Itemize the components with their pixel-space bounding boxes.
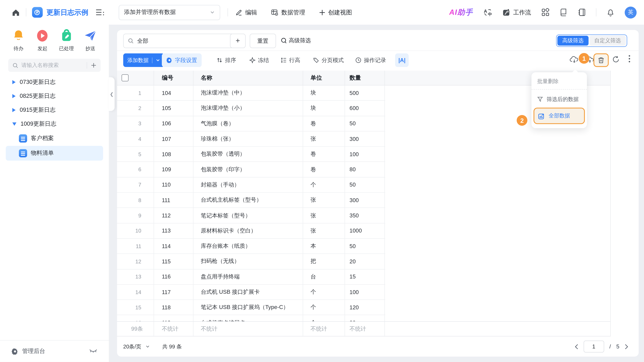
add-data-button[interactable]: 添加数据: [123, 53, 164, 67]
cell-name: 封箱器（手动）: [193, 177, 303, 192]
summary-code[interactable]: 不统计: [154, 322, 193, 336]
app-icon[interactable]: ¥: [32, 7, 43, 18]
table-row[interactable]: 15118笔记本 USB 接口扩展坞（Type-C）个120: [117, 300, 385, 315]
summary-qty[interactable]: 不统计: [345, 322, 385, 336]
next-page-icon[interactable]: [625, 344, 628, 350]
field-settings-button[interactable]: 字段设置: [162, 53, 202, 67]
column-header-name[interactable]: 名称: [193, 70, 303, 85]
sidebar-item-processed[interactable]: 已处理: [57, 29, 76, 52]
freeze-button[interactable]: 行高 冻结: [250, 53, 269, 67]
reset-button[interactable]: 重置: [250, 34, 276, 48]
divider: [596, 8, 596, 16]
apps-grid-icon[interactable]: [541, 8, 550, 16]
filter-mode-segmented: 高级筛选 自定义筛选: [556, 34, 627, 47]
tree-item-material-list[interactable]: 物料清单: [6, 146, 103, 160]
ai-assistant-button[interactable]: AI助手: [449, 8, 473, 17]
table-row[interactable]: 6109包装胶带（印字）卷80: [117, 162, 385, 177]
app-menu-icon[interactable]: [96, 9, 105, 16]
table-row[interactable]: 10113原材料标识卡（空白）张1000: [117, 223, 385, 238]
record-search-input[interactable]: 全部: [123, 34, 234, 48]
page-size-select[interactable]: 20条/页: [123, 343, 150, 350]
tree-item-0915[interactable]: 0915更新日志: [0, 103, 109, 117]
sort-button[interactable]: 排序: [216, 53, 236, 67]
table-row[interactable]: 13116盘点用手持终端台15: [117, 269, 385, 284]
sidebar-collapse-handle[interactable]: ❮: [109, 77, 114, 111]
segment-custom-filter[interactable]: 自定义筛选: [589, 36, 626, 46]
edit-button[interactable]: 编辑: [235, 8, 257, 16]
column-header-unit[interactable]: 单位: [303, 70, 345, 85]
table-row[interactable]: 12115扫码枪（无线）把20: [117, 254, 385, 269]
column-header-code[interactable]: 编号: [154, 70, 193, 85]
notification-bell-icon[interactable]: [606, 8, 614, 16]
add-form-icon[interactable]: [91, 62, 96, 68]
table-row[interactable]: 16119台式机声卡扩展卡个80: [117, 315, 385, 321]
avatar[interactable]: 英: [625, 6, 636, 18]
cell-no: 14: [117, 285, 154, 300]
summary-name[interactable]: 不统计: [193, 322, 303, 336]
svg-text:中: 中: [488, 12, 492, 16]
tree-item-customer-file[interactable]: 客户档案: [6, 131, 103, 146]
pagination-mode-button[interactable]: 分页模式: [313, 53, 344, 67]
sidebar-item-todo[interactable]: 待办: [9, 29, 28, 52]
book-icon[interactable]: [560, 8, 568, 16]
workflow-button[interactable]: 工作流: [502, 8, 531, 16]
cell-code: 119: [154, 315, 193, 321]
summary-unit[interactable]: 不统计: [303, 322, 345, 336]
total-pages: 5: [616, 344, 619, 350]
cell-no: 1: [117, 86, 154, 100]
ai-field-button[interactable]: |A|: [395, 53, 409, 67]
menu-item-filtered-data[interactable]: 筛选后的数据: [532, 92, 587, 107]
cell-qty: 20: [345, 254, 385, 269]
table-row[interactable]: 14117台式机 USB 接口扩展卡个100: [117, 285, 385, 300]
tree-item-1009[interactable]: 1009更新日志: [0, 117, 109, 131]
summary-count: 99条: [117, 322, 154, 336]
row-height-button[interactable]: 行高: [280, 53, 300, 67]
table-row[interactable]: 8111台式机主机标签（型号）张300: [117, 193, 385, 208]
home-icon[interactable]: [12, 8, 20, 16]
refresh-icon[interactable]: [612, 56, 620, 64]
cell-unit: 块: [303, 86, 345, 100]
table-row[interactable]: 4107珍珠棉（张）张300: [117, 131, 385, 146]
sidebar-item-cc[interactable]: 抄送: [81, 29, 100, 52]
table-row[interactable]: 11114库存台账本（纸质）本50: [117, 239, 385, 254]
cell-no: 5: [117, 147, 154, 162]
segment-advanced-filter[interactable]: 高级筛选: [557, 36, 588, 46]
freeze-icon: [250, 57, 256, 63]
admin-backend-button[interactable]: 管理后台: [0, 340, 109, 362]
table-row[interactable]: 5108包装胶带（透明）卷100: [117, 147, 385, 162]
prev-page-icon[interactable]: [574, 344, 578, 350]
current-page-input[interactable]: 1: [584, 340, 604, 352]
form-doc-icon: [19, 134, 27, 142]
cell-no: 4: [117, 131, 154, 146]
table-row[interactable]: 7110封箱器（手动）个50: [117, 177, 385, 192]
table-row[interactable]: 3106气泡膜（卷）卷50: [117, 116, 385, 131]
delete-button[interactable]: [594, 53, 609, 67]
view-selector[interactable]: 添加并管理所有数据: [119, 5, 220, 20]
export-cloud-download-icon[interactable]: [570, 56, 579, 64]
menu-item-all-data[interactable]: 全部数据: [534, 108, 585, 124]
cell-name: 台式机声卡扩展卡: [193, 315, 303, 321]
sidebar-search[interactable]: 请输入名称搜索: [8, 59, 100, 72]
cell-no: 15: [117, 300, 154, 315]
tree-item-0730[interactable]: 0730更新日志: [0, 75, 109, 89]
cell-qty: 80: [345, 315, 385, 321]
table-row[interactable]: 9112笔记本标签（型号）张350: [117, 208, 385, 223]
sidebar-item-initiate[interactable]: 发起: [33, 29, 52, 52]
table-row[interactable]: 2105泡沫缓冲垫（小）块600: [117, 101, 385, 116]
table-row[interactable]: 1104泡沫缓冲垫（中）块500: [117, 86, 385, 101]
tree-item-0825[interactable]: 0825更新日志: [0, 89, 109, 103]
add-filter-button[interactable]: +: [230, 34, 246, 48]
cell-unit: 卷: [303, 162, 345, 177]
create-view-button[interactable]: 创建视图: [319, 8, 352, 16]
column-header-qty[interactable]: 数量: [345, 70, 385, 85]
cell-code: 105: [154, 101, 193, 116]
operation-log-button[interactable]: 操作记录: [355, 53, 386, 67]
data-manage-button[interactable]: 数据管理: [271, 8, 305, 16]
translate-icon[interactable]: A中: [483, 8, 492, 16]
advanced-filter-link[interactable]: 高级筛选: [280, 34, 311, 47]
cell-code: 116: [154, 269, 193, 284]
more-kebab-icon[interactable]: [628, 55, 630, 63]
eye-off-icon[interactable]: [89, 348, 97, 354]
select-all-checkbox[interactable]: [122, 74, 129, 81]
notebook-icon[interactable]: [578, 8, 586, 16]
